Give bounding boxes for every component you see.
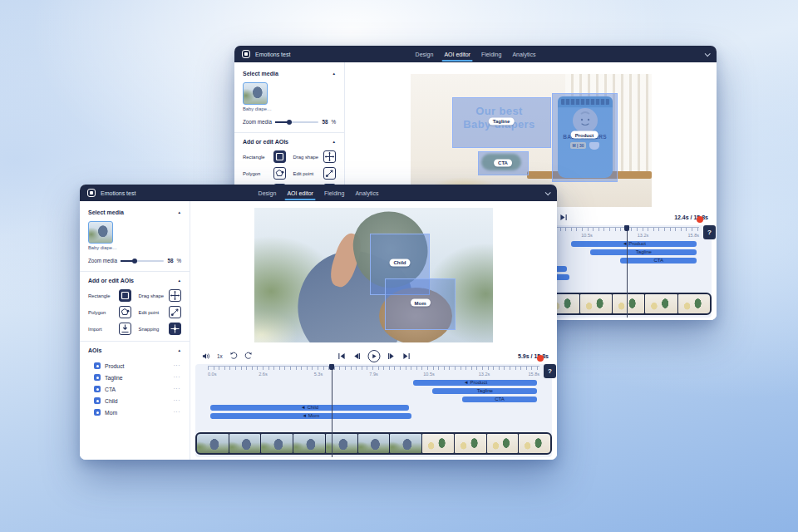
- collapse-caret-icon[interactable]: ▲: [178, 210, 181, 214]
- aoi-rect-product[interactable]: Product: [552, 93, 618, 182]
- ruler-tick-label: 10.5s: [423, 372, 434, 377]
- collapse-caret-icon[interactable]: ▲: [332, 140, 336, 144]
- zoom-value: 58: [167, 258, 173, 264]
- aoi-list-section-header[interactable]: AOIs ▲: [88, 347, 181, 353]
- playhead-handle[interactable]: [624, 225, 629, 231]
- timeline-ruler[interactable]: [208, 366, 539, 371]
- timeline-bar-tagline[interactable]: Tagline: [432, 388, 537, 394]
- media-thumbnail[interactable]: [88, 221, 113, 244]
- video-frame-outdoor[interactable]: Child Mom: [254, 208, 493, 342]
- help-button[interactable]: ?: [703, 225, 716, 239]
- chevron-down-icon[interactable]: [705, 51, 711, 57]
- row-menu-button[interactable]: ···: [174, 411, 181, 414]
- slider-knob[interactable]: [132, 259, 137, 264]
- filmstrip-frame-outdoor: [197, 434, 229, 453]
- tool-edit-point-button[interactable]: [323, 167, 336, 180]
- tab-aoi-editor[interactable]: AOI editor: [286, 185, 314, 200]
- aoi-tools-section-header[interactable]: Add or edit AOIs ▲: [88, 278, 181, 283]
- tab-aoi-editor[interactable]: AOI editor: [443, 47, 471, 62]
- aoi-list-item-child[interactable]: Child···: [88, 395, 181, 406]
- row-menu-button[interactable]: ···: [174, 376, 181, 379]
- aoi-list-item-mom[interactable]: Mom···: [88, 406, 181, 418]
- aoi-label-pill[interactable]: Product: [571, 131, 598, 139]
- filmstrip-frame-outdoor: [229, 434, 261, 453]
- aoi-visibility-icon[interactable]: [94, 386, 101, 392]
- slider-knob[interactable]: [287, 120, 292, 125]
- skip-end-button[interactable]: [402, 352, 410, 360]
- window-title: Emotions test: [101, 190, 135, 196]
- tool-rectangle-button[interactable]: [119, 289, 131, 302]
- help-button[interactable]: ?: [544, 364, 556, 378]
- titlebar: Emotions test Design AOI editor Fielding…: [80, 185, 557, 201]
- play-button[interactable]: [367, 350, 380, 362]
- step-forward-button[interactable]: [387, 352, 395, 360]
- replay-forward-icon[interactable]: [244, 352, 253, 360]
- tool-label: Edit point: [293, 171, 314, 176]
- tab-analytics[interactable]: Analytics: [511, 47, 536, 62]
- row-menu-button[interactable]: ···: [174, 387, 181, 391]
- playback-speed-label[interactable]: 1x: [217, 353, 223, 359]
- aoi-list-item-product[interactable]: Product···: [88, 360, 181, 372]
- timeline-bar-product[interactable]: ◄ Product: [413, 380, 537, 386]
- skip-end-button[interactable]: [559, 214, 567, 221]
- tool-rectangle-button[interactable]: [273, 150, 286, 163]
- media-canvas: Child Mom: [190, 201, 557, 347]
- replay-back-icon[interactable]: [229, 352, 238, 360]
- timeline-bar-cta[interactable]: CTA: [620, 258, 697, 264]
- tab-fielding[interactable]: Fielding: [323, 185, 346, 200]
- select-media-section-header[interactable]: Select media ▲: [243, 71, 336, 76]
- aoi-list-item-tagline[interactable]: Tagline···: [88, 372, 181, 383]
- media-thumbnail[interactable]: [243, 82, 268, 105]
- zoom-slider[interactable]: [275, 121, 318, 123]
- row-menu-button[interactable]: ···: [174, 364, 181, 367]
- timeline-bar-cta[interactable]: CTA: [462, 397, 538, 402]
- timeline-bar-child[interactable]: ◄ Child: [210, 405, 410, 411]
- aoi-label-pill[interactable]: Mom: [411, 299, 431, 307]
- playhead[interactable]: [332, 364, 332, 457]
- aoi-label-pill[interactable]: Child: [390, 259, 411, 266]
- timeline-bar-tagline[interactable]: Tagline: [590, 249, 697, 255]
- tool-snapping-button[interactable]: [169, 323, 181, 335]
- timeline-tracks: ◄ ProductTaglineCTA◄ Child◄ Mom: [208, 380, 539, 431]
- aoi-label-pill[interactable]: CTA: [494, 159, 512, 166]
- row-menu-button[interactable]: ···: [174, 399, 181, 402]
- skip-start-button[interactable]: [337, 352, 345, 360]
- chevron-down-icon[interactable]: [545, 190, 551, 195]
- aoi-label-pill[interactable]: Tagline: [489, 117, 515, 125]
- tool-polygon-button[interactable]: [273, 167, 286, 180]
- aoi-list-item-cta[interactable]: CTA···: [88, 383, 181, 395]
- volume-icon[interactable]: [202, 352, 210, 360]
- aoi-visibility-icon[interactable]: [94, 409, 101, 416]
- tool-edit-point-button[interactable]: [169, 306, 181, 318]
- aoi-visibility-icon[interactable]: [94, 362, 101, 369]
- aoi-rect-tagline[interactable]: Tagline: [452, 97, 551, 148]
- step-back-button[interactable]: [352, 352, 360, 360]
- zoom-media-label: Zoom media: [88, 258, 117, 264]
- aoi-rect-cta[interactable]: CTA: [478, 151, 529, 175]
- tab-design[interactable]: Design: [258, 185, 278, 200]
- collapse-caret-icon[interactable]: ▲: [178, 348, 181, 352]
- timeline-bar-mom[interactable]: ◄ Mom: [210, 413, 411, 419]
- collapse-caret-icon[interactable]: ▲: [178, 278, 181, 283]
- notification-dot: [697, 216, 703, 223]
- select-media-section-header[interactable]: Select media ▲: [88, 209, 181, 215]
- tool-label: Edit point: [139, 310, 160, 315]
- tab-analytics[interactable]: Analytics: [354, 185, 379, 200]
- tab-design[interactable]: Design: [415, 47, 435, 62]
- filmstrip[interactable]: [195, 432, 552, 455]
- aoi-visibility-icon[interactable]: [94, 397, 101, 404]
- collapse-caret-icon[interactable]: ▲: [332, 71, 336, 76]
- tool-drag-shape-button[interactable]: [323, 150, 336, 163]
- aoi-tools-section-header[interactable]: Add or edit AOIs ▲: [243, 139, 336, 145]
- aoi-item-label: Child: [105, 398, 118, 404]
- aoi-rect-mom[interactable]: Mom: [385, 278, 456, 330]
- tool-polygon-button[interactable]: [119, 306, 131, 318]
- aoi-visibility-icon[interactable]: [94, 374, 101, 381]
- playhead[interactable]: [627, 225, 628, 318]
- timeline-bar-product[interactable]: ◄ Product: [571, 241, 697, 247]
- tool-drag-shape-button[interactable]: [169, 289, 181, 302]
- tool-import-button[interactable]: [119, 323, 131, 335]
- playhead-handle[interactable]: [329, 364, 334, 370]
- zoom-slider[interactable]: [121, 260, 164, 262]
- tab-fielding[interactable]: Fielding: [480, 47, 503, 62]
